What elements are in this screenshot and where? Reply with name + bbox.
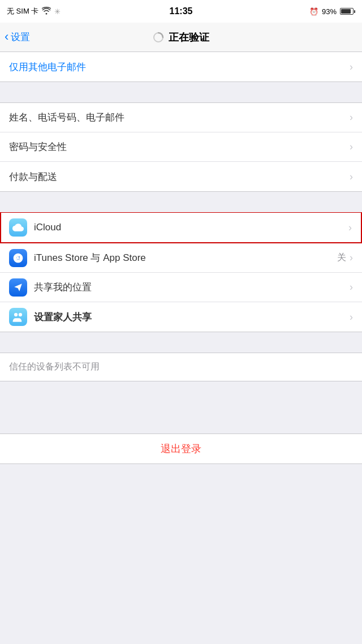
appstore-icon-badge: A <box>9 249 27 267</box>
itunes-chevron-icon: › <box>350 252 353 264</box>
password-chevron-icon: › <box>350 141 353 153</box>
trusted-devices-section: 信任的设备列表不可用 <box>0 353 362 381</box>
name-phone-email-text: 姓名、电话号码、电子邮件 <box>9 111 350 124</box>
status-bar: 无 SIM 卡 ✳ 11:35 ⏰ 93% <box>0 0 362 23</box>
familysharing-text: 设置家人共享 <box>34 311 350 324</box>
findmy-item[interactable]: 共享我的位置 › <box>0 273 362 302</box>
name-phone-email-item[interactable]: 姓名、电话号码、电子邮件 › <box>0 103 362 132</box>
spacer-4 <box>0 381 362 402</box>
sim-label: 无 SIM 卡 <box>7 6 38 16</box>
spacer-1 <box>0 82 362 102</box>
icloud-item[interactable]: iCloud › <box>1 213 361 243</box>
icloud-chevron-icon: › <box>348 222 352 234</box>
content: 仅用其他电子邮件 › 姓名、电话号码、电子邮件 › 密码与安全性 › 付款与配送… <box>0 52 362 464</box>
itunes-item[interactable]: A iTunes Store 与 App Store 关 › <box>0 243 362 273</box>
spacer-2 <box>0 192 362 212</box>
battery-pct: 93% <box>322 7 337 16</box>
logout-button[interactable]: 退出登录 <box>161 443 201 454</box>
top-partial-group: 仅用其他电子邮件 › <box>0 52 362 82</box>
svg-point-2 <box>14 313 18 316</box>
location-icon-badge <box>9 278 27 297</box>
partial-item[interactable]: 仅用其他电子邮件 › <box>0 52 362 81</box>
icloud-icon <box>12 224 24 231</box>
svg-text:A: A <box>16 255 20 261</box>
logout-section[interactable]: 退出登录 <box>0 433 362 464</box>
name-chevron-icon: › <box>350 111 353 123</box>
status-left: 无 SIM 卡 ✳ <box>7 6 61 16</box>
nav-bar: ‹ 设置 正在验证 <box>0 23 362 52</box>
location-icon <box>13 282 23 293</box>
nav-title: 正在验证 <box>169 31 209 44</box>
payment-delivery-item[interactable]: 付款与配送 › <box>0 162 362 191</box>
icloud-icon-badge <box>9 218 27 237</box>
findmy-chevron-icon: › <box>350 281 353 293</box>
familysharing-chevron-icon: › <box>350 311 353 323</box>
status-right: ⏰ 93% <box>309 7 355 16</box>
back-chevron-icon: ‹ <box>5 31 8 43</box>
service-group: iCloud › A iTunes Store 与 App Store 关 › <box>0 212 362 332</box>
battery-icon <box>340 8 355 15</box>
family-icon <box>12 312 24 322</box>
partial-item-text: 仅用其他电子邮件 <box>9 61 350 74</box>
familysharing-item[interactable]: 设置家人共享 › <box>0 302 362 332</box>
spacer-5 <box>0 402 362 422</box>
alarm-icon: ⏰ <box>309 7 318 16</box>
family-icon-badge <box>9 308 27 326</box>
itunes-group: A iTunes Store 与 App Store 关 › 共享我的位置 › <box>0 243 362 332</box>
svg-point-3 <box>19 313 22 316</box>
appstore-icon: A <box>12 252 24 264</box>
loading-spinner <box>153 32 164 43</box>
password-security-text: 密码与安全性 <box>9 140 350 153</box>
wifi-icon <box>42 7 51 16</box>
itunes-value: 关 <box>337 252 346 264</box>
findmy-text: 共享我的位置 <box>34 281 350 294</box>
account-group: 姓名、电话号码、电子邮件 › 密码与安全性 › 付款与配送 › <box>0 102 362 192</box>
spacer-3 <box>0 332 362 353</box>
status-time: 11:35 <box>170 6 193 16</box>
back-button[interactable]: ‹ 设置 <box>5 31 30 44</box>
partial-chevron-icon: › <box>350 61 353 73</box>
payment-chevron-icon: › <box>350 171 353 183</box>
payment-delivery-text: 付款与配送 <box>9 170 350 183</box>
icloud-text: iCloud <box>34 222 348 233</box>
itunes-text: iTunes Store 与 App Store <box>34 251 337 264</box>
loading-icon: ✳ <box>54 7 61 16</box>
back-label: 设置 <box>11 31 30 44</box>
trusted-devices-text: 信任的设备列表不可用 <box>9 362 100 371</box>
nav-title-area: 正在验证 <box>153 31 209 44</box>
password-security-item[interactable]: 密码与安全性 › <box>0 132 362 162</box>
